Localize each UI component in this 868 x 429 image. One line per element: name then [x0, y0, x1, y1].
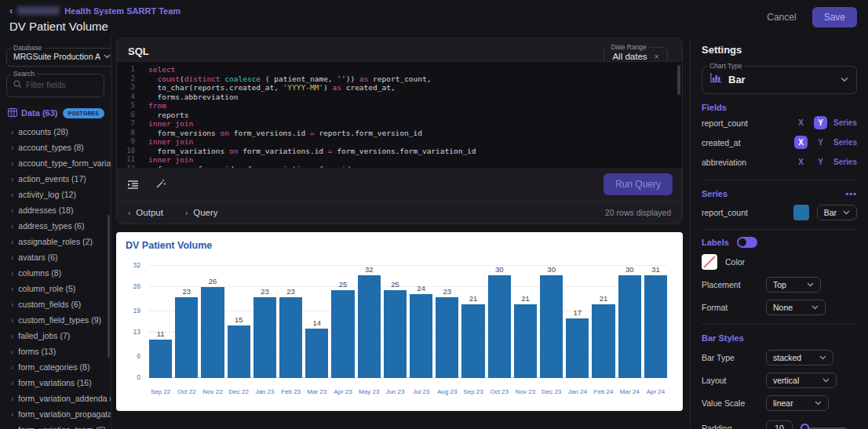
- table-item[interactable]: ›action_events (17): [0, 171, 111, 187]
- axis-y-toggle[interactable]: Y: [814, 116, 827, 129]
- table-item[interactable]: ›failed_jobs (7): [0, 328, 111, 344]
- table-item[interactable]: ›form_variation_propagata...: [0, 406, 111, 422]
- x-tick-label: Sep 23: [461, 388, 484, 397]
- results-bar: › Output › Query 20 rows displayed: [117, 201, 682, 224]
- table-item-label: activity_log (12): [18, 190, 76, 199]
- search-input[interactable]: [26, 80, 98, 89]
- back-chevron-icon[interactable]: ‹: [9, 5, 13, 16]
- layout-select[interactable]: vertical: [766, 373, 837, 388]
- table-item[interactable]: ›activity_log (12): [0, 187, 111, 202]
- output-toggle[interactable]: › Output: [128, 208, 163, 217]
- value-scale-label: Value Scale: [702, 398, 766, 408]
- team-name[interactable]: Health System SARRT Team: [64, 6, 181, 16]
- layout-label: Layout: [702, 376, 766, 385]
- x-tick-label: Apr 24: [644, 388, 667, 397]
- table-item[interactable]: ›form_variations (16): [0, 375, 111, 391]
- placement-value: Top: [773, 280, 786, 289]
- chevron-right-icon: ›: [11, 222, 13, 231]
- sql-line: inner join: [148, 155, 682, 165]
- sidebar-scrollbar[interactable]: [108, 215, 110, 358]
- line-number: 11: [117, 155, 135, 165]
- table-item[interactable]: ›accounts (28): [0, 124, 111, 140]
- settings-panel: Settings Chart Type Bar Fields report_co…: [690, 36, 868, 429]
- table-item-label: forms (13): [18, 347, 56, 356]
- series-color-swatch[interactable]: [793, 205, 809, 220]
- run-query-button[interactable]: Run Query: [604, 173, 673, 195]
- fields-rows: report_countXYSeriescreated_atXYSeriesab…: [702, 114, 857, 171]
- table-item[interactable]: ›column_role (5): [0, 281, 111, 296]
- axis-x-toggle[interactable]: X: [794, 116, 808, 129]
- editor-scrollbar[interactable]: [677, 65, 680, 95]
- series-type-select[interactable]: Bar: [817, 205, 857, 220]
- chart-type-select[interactable]: Chart Type Bar: [702, 62, 857, 94]
- table-item[interactable]: ›avatars (6): [0, 249, 111, 265]
- table-item[interactable]: ›addresses (18): [0, 202, 111, 218]
- format-sql-button[interactable]: [126, 179, 140, 191]
- table-item-label: custom_fields (6): [18, 300, 81, 309]
- padding-input[interactable]: [766, 420, 793, 429]
- chart-type-label: Chart Type: [707, 62, 744, 70]
- cancel-button[interactable]: Cancel: [765, 7, 797, 27]
- table-item[interactable]: ›custom_fields (6): [0, 296, 111, 312]
- sql-editor[interactable]: 123456789101112 select count(distinct co…: [117, 61, 682, 168]
- table-item[interactable]: ›columns (8): [0, 265, 111, 281]
- axis-x-toggle[interactable]: X: [794, 136, 808, 149]
- axis-x-toggle[interactable]: X: [794, 155, 808, 169]
- placement-select[interactable]: Top: [766, 277, 821, 293]
- table-item[interactable]: ›form_variation_team (6): [0, 422, 111, 429]
- axis-y-toggle[interactable]: Y: [814, 136, 827, 149]
- table-item[interactable]: ›account_types (8): [0, 140, 111, 155]
- labels-toggle[interactable]: [737, 237, 757, 248]
- save-button[interactable]: Save: [812, 7, 857, 27]
- bar: [592, 304, 615, 378]
- line-number: 4: [117, 93, 135, 102]
- breadcrumb[interactable]: ‹ Health System SARRT Team: [9, 5, 181, 16]
- bar-value-label: 26: [209, 278, 217, 285]
- bar-slot: 21: [461, 266, 484, 378]
- database-value: MRGSuite Production A: [13, 52, 100, 61]
- chevron-right-icon: ›: [11, 191, 13, 199]
- table-item[interactable]: ›assignable_roles (2): [0, 234, 111, 249]
- sql-code[interactable]: select count(distinct coalesce ( patient…: [140, 62, 682, 168]
- x-tick-label: Oct 23: [488, 388, 511, 397]
- label-color-swatch[interactable]: [702, 254, 717, 270]
- axis-y-toggle[interactable]: Y: [814, 155, 827, 169]
- y-tick-label: 13: [133, 328, 140, 336]
- bar-slot: 15: [228, 266, 250, 378]
- table-item-label: form_categories (8): [18, 362, 89, 372]
- divider: [702, 324, 857, 325]
- series-row: report_count Bar: [702, 205, 857, 220]
- app-window: ‹ Health System SARRT Team DV Patient Vo…: [0, 0, 868, 429]
- chevron-down-icon: [815, 401, 822, 405]
- table-item[interactable]: ›form_variation_addenda (5): [0, 391, 111, 406]
- table-item[interactable]: ›custom_field_types (9): [0, 312, 111, 328]
- data-section-header[interactable]: Data (63) POSTGRES: [0, 97, 111, 124]
- bar-value-label: 15: [235, 316, 243, 324]
- magic-wand-button[interactable]: [154, 178, 167, 191]
- date-range-label: Date Range: [608, 43, 648, 51]
- x-tick-label: Dec 23: [540, 388, 563, 397]
- axis-series-toggle[interactable]: Series: [833, 158, 857, 166]
- series-menu-button[interactable]: •••: [845, 189, 857, 198]
- table-item[interactable]: ›form_categories (8): [0, 359, 111, 375]
- line-number: 12: [117, 165, 135, 169]
- axis-series-toggle[interactable]: Series: [833, 118, 857, 127]
- field-name: created_at: [702, 138, 741, 147]
- database-select[interactable]: Database MRGSuite Production A: [6, 44, 111, 67]
- table-item[interactable]: ›address_types (6): [0, 218, 111, 234]
- bar-value-label: 30: [625, 266, 634, 274]
- query-toggle[interactable]: › Query: [185, 208, 218, 217]
- bar-value-label: 21: [600, 295, 608, 303]
- sql-line: reports: [148, 111, 682, 120]
- table-item[interactable]: ›forms (13): [0, 344, 111, 359]
- padding-slider[interactable]: [801, 423, 846, 429]
- x-tick-label: May 23: [358, 388, 381, 397]
- axis-series-toggle[interactable]: Series: [833, 138, 857, 147]
- format-select[interactable]: None: [766, 300, 826, 315]
- table-item[interactable]: ›account_type_form_variati...: [0, 155, 111, 171]
- value-scale-select[interactable]: linear: [766, 395, 829, 411]
- bar-type-select[interactable]: stacked: [766, 350, 833, 365]
- close-icon[interactable]: ×: [655, 52, 659, 61]
- field-row: report_countXYSeries: [702, 114, 857, 132]
- bar-value-label: 25: [391, 281, 399, 289]
